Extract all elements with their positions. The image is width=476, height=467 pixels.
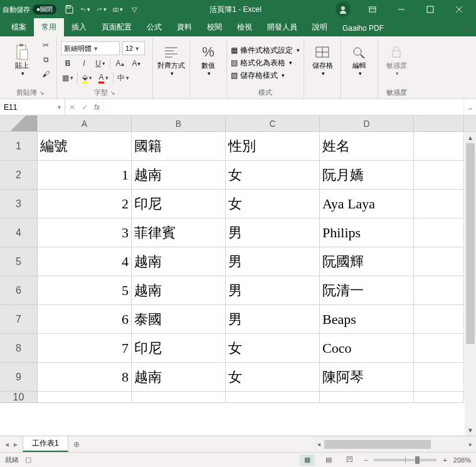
cancel-formula-icon[interactable]: ✕: [69, 103, 75, 112]
cell[interactable]: [414, 392, 464, 403]
cell[interactable]: 越南: [132, 363, 226, 392]
cell[interactable]: 8: [38, 363, 132, 392]
normal-view-button[interactable]: ▦: [300, 454, 315, 466]
row-header[interactable]: 9: [0, 363, 38, 392]
fx-icon[interactable]: fx: [94, 103, 100, 112]
cell[interactable]: 6: [38, 305, 132, 334]
font-color-icon[interactable]: A▾: [97, 72, 110, 84]
phonetic-icon[interactable]: 中▾: [116, 72, 130, 84]
font-size-combo[interactable]: 12▾: [122, 41, 145, 55]
autosave-toggle[interactable]: 自動儲存 ●關閉: [3, 4, 56, 14]
col-header-B[interactable]: B: [132, 115, 226, 131]
cell[interactable]: Coco: [320, 334, 414, 363]
col-header-C[interactable]: C: [226, 115, 320, 131]
underline-button[interactable]: U▾: [93, 57, 107, 70]
decrease-font-icon[interactable]: A▾: [129, 57, 143, 70]
tab-data[interactable]: 資料: [169, 18, 199, 36]
cell[interactable]: [38, 392, 132, 403]
scroll-thumb[interactable]: [466, 143, 475, 344]
row-header[interactable]: 3: [0, 190, 38, 218]
row-header[interactable]: 7: [0, 305, 38, 334]
col-header-E[interactable]: [414, 115, 464, 131]
copy-icon[interactable]: ⧉: [39, 53, 53, 66]
tab-home[interactable]: 常用: [34, 18, 64, 36]
cell[interactable]: 女: [226, 334, 320, 363]
zoom-level[interactable]: 208%: [453, 456, 471, 464]
cell[interactable]: 越南: [132, 161, 226, 190]
macro-record-icon[interactable]: ▢: [25, 456, 31, 464]
row-header[interactable]: 4: [0, 218, 38, 247]
sensitivity-button[interactable]: 敏感度 ▾: [382, 39, 411, 80]
cell[interactable]: 阮月嬌: [320, 161, 414, 190]
font-name-combo[interactable]: 新細明體▾: [61, 41, 120, 55]
row-header[interactable]: 10: [0, 392, 38, 403]
maximize-button[interactable]: [416, 0, 445, 19]
cell[interactable]: 7: [38, 334, 132, 363]
row-header[interactable]: 2: [0, 161, 38, 190]
scroll-right-icon[interactable]: ▸: [465, 441, 476, 448]
undo-icon[interactable]: ▾: [80, 4, 90, 14]
row-header[interactable]: 5: [0, 247, 38, 276]
cell[interactable]: 國籍: [132, 132, 226, 161]
cell[interactable]: 阮國輝: [320, 247, 414, 276]
user-avatar[interactable]: [336, 2, 351, 17]
cell[interactable]: 姓名: [320, 132, 414, 161]
cell[interactable]: 越南: [132, 276, 226, 305]
cells-button[interactable]: 儲存格 ▾: [308, 39, 337, 80]
cell[interactable]: [414, 305, 464, 334]
page-break-view-button[interactable]: 凹: [342, 454, 357, 466]
cell[interactable]: [414, 247, 464, 276]
zoom-out-button[interactable]: −: [364, 456, 368, 464]
cell[interactable]: 印尼: [132, 190, 226, 218]
close-button[interactable]: [445, 0, 473, 19]
cell[interactable]: [414, 334, 464, 363]
formula-input[interactable]: [104, 99, 463, 115]
conditional-formatting-button[interactable]: ▦條件式格式設定▾: [231, 45, 300, 56]
editing-button[interactable]: 編輯 ▾: [345, 39, 374, 80]
scroll-down-icon[interactable]: ▼: [465, 424, 476, 436]
cell[interactable]: 5: [38, 276, 132, 305]
cell[interactable]: 性別: [226, 132, 320, 161]
name-box[interactable]: E11▾: [0, 99, 65, 115]
sheet-nav-next-icon[interactable]: ▸: [14, 440, 18, 449]
expand-formula-icon[interactable]: ⌄: [463, 99, 476, 115]
cell-styles-button[interactable]: ▧儲存格樣式▾: [231, 70, 285, 81]
tab-file[interactable]: 檔案: [4, 18, 34, 36]
row-header[interactable]: 1: [0, 132, 38, 161]
fill-color-icon[interactable]: ⬙▾: [80, 72, 94, 84]
cell[interactable]: [414, 218, 464, 247]
ribbon-display-icon[interactable]: [358, 0, 387, 19]
share-button[interactable]: ↪: [440, 21, 456, 36]
bold-button[interactable]: B: [61, 57, 75, 70]
paste-button[interactable]: 貼上 ▾: [8, 39, 36, 80]
cell[interactable]: [414, 161, 464, 190]
vertical-scrollbar[interactable]: ▲ ▼: [465, 132, 476, 436]
tab-gaaiho-pdf[interactable]: Gaaiho PDF: [335, 20, 391, 36]
cell[interactable]: 男: [226, 305, 320, 334]
tab-page-layout[interactable]: 頁面配置: [94, 18, 139, 36]
page-layout-view-button[interactable]: ▤: [321, 454, 336, 466]
tab-formulas[interactable]: 公式: [139, 18, 169, 36]
col-header-A[interactable]: A: [38, 115, 132, 131]
row-header[interactable]: 6: [0, 276, 38, 305]
dialog-launcher-icon[interactable]: ↘: [110, 90, 115, 96]
col-header-D[interactable]: D: [320, 115, 414, 131]
cell[interactable]: [414, 276, 464, 305]
cell[interactable]: [414, 190, 464, 218]
cut-icon[interactable]: ✂: [39, 39, 53, 51]
horizontal-scrollbar[interactable]: ◂ ▸: [313, 436, 476, 452]
dialog-launcher-icon[interactable]: ↘: [40, 90, 45, 96]
tab-developer[interactable]: 開發人員: [260, 18, 305, 36]
scroll-left-icon[interactable]: ◂: [313, 441, 324, 448]
cell[interactable]: Beaps: [320, 305, 414, 334]
cell[interactable]: [226, 392, 320, 403]
cell[interactable]: 菲律賓: [132, 218, 226, 247]
tab-help[interactable]: 說明: [305, 18, 335, 36]
tab-review[interactable]: 校閱: [199, 18, 230, 36]
format-as-table-button[interactable]: ▤格式化為表格▾: [231, 58, 292, 68]
add-sheet-button[interactable]: ⊕: [68, 436, 85, 452]
zoom-in-button[interactable]: +: [443, 456, 447, 464]
alignment-button[interactable]: 對齊方式 ▾: [157, 39, 186, 80]
sheet-tab[interactable]: 工作表1: [23, 436, 68, 452]
scroll-up-icon[interactable]: ▲: [465, 132, 476, 143]
